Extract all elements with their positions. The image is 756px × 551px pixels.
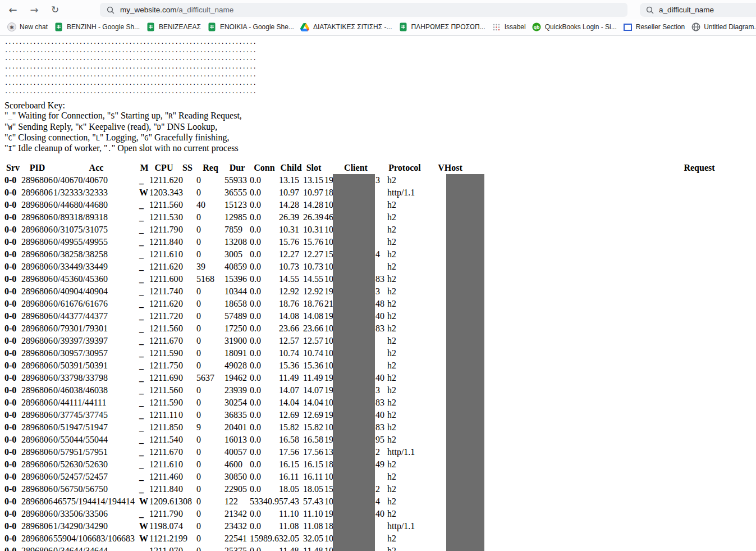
cell-dur: 4600: [224, 458, 242, 470]
cell-protocol: h2: [387, 397, 396, 408]
bookmark-label: ΔΙΑΤΑΚΤΙΚΕΣ ΣΙΤΙΣΗΣ -...: [313, 23, 392, 31]
cell-pid: 2896806: [21, 199, 53, 211]
cell-acc: 0/31075/31075: [53, 224, 108, 235]
cell-ss: 0: [178, 384, 183, 396]
cell-child: 14.28: [279, 199, 299, 211]
cell-cpu: 1211.56: [149, 384, 178, 396]
cell-pid: 2896806: [21, 421, 53, 433]
search-box[interactable]: a_difficult_name: [640, 3, 756, 17]
cell-protocol: h2: [387, 273, 396, 285]
cell-slot: 14.28: [303, 199, 323, 211]
bookmark-item[interactable]: Untitled Diagram.draw...: [691, 22, 756, 32]
cell-cpu: 1211.69: [149, 372, 178, 384]
cell-conn: 0.0: [250, 322, 261, 334]
cell-child: 14.07: [279, 384, 299, 396]
cell-dur: 13208: [224, 236, 247, 248]
cell-slot: 23.66: [303, 322, 323, 334]
cell-ss: 0: [178, 322, 183, 334]
redaction-overlay-client: [333, 174, 375, 551]
cell-client-suffix: 4: [375, 495, 380, 507]
cell-ss: 3: [178, 186, 183, 198]
cell-req: 0: [196, 520, 201, 532]
cell-mode: _: [139, 483, 144, 495]
bookmark-item[interactable]: qbQuickBooks Login - Si...: [532, 22, 617, 32]
cell-mode: _: [139, 545, 144, 551]
cell-dur: 22541: [224, 532, 247, 544]
cell-child: 12.27: [279, 248, 299, 260]
cell-pid: 2896806: [21, 261, 53, 272]
cell-protocol: h2: [387, 434, 396, 445]
url-bar[interactable]: my_website.com/a_difficult_name: [100, 3, 627, 17]
cell-client-prefix: 46: [324, 211, 333, 223]
cell-dur: 19462: [224, 372, 247, 384]
cell-cpu: 1211.85: [149, 421, 178, 433]
bookmark-item[interactable]: ✱New chat: [7, 22, 48, 32]
cell-acc: 1/34290/34290: [53, 520, 108, 532]
url-path: /a_difficult_name: [177, 6, 234, 14]
cell-conn: 0.0: [250, 446, 261, 458]
cell-conn: 0.0: [250, 483, 261, 495]
cell-client-prefix: 10: [324, 397, 333, 408]
cell-cpu: 1211.11: [149, 409, 178, 421]
cell-acc: 0/57951/57951: [53, 446, 108, 458]
cell-srv: 0-0: [4, 174, 16, 186]
cell-client-prefix: 15: [324, 248, 333, 260]
cell-acc: 0/44111/44111: [53, 397, 107, 408]
table-row: 0-028968060/89318/89318_1211.5300129850.…: [0, 211, 756, 224]
cell-mode: _: [139, 310, 144, 322]
table-row: 0-028968060/49955/49955_1211.8400132080.…: [0, 236, 756, 248]
column-header-request: Request: [671, 162, 727, 174]
cell-protocol: h2: [387, 261, 396, 272]
sheets-icon: [146, 22, 155, 32]
cell-req: 0: [196, 434, 201, 445]
cell-client-suffix: 4: [375, 248, 380, 260]
cell-protocol: h2: [387, 322, 396, 334]
bookmark-item[interactable]: Reseller Section: [623, 22, 685, 32]
cell-dur: 22905: [224, 483, 247, 495]
cell-client-prefix: 10: [324, 322, 333, 334]
search-box-value: a_difficult_name: [659, 6, 714, 14]
bookmark-item[interactable]: ΒΕΝΙΖΕΛΕΑΣ: [146, 22, 201, 32]
forward-button[interactable]: →: [26, 2, 42, 17]
bookmark-item[interactable]: ENOIKIA - Google She...: [207, 22, 294, 32]
refresh-button[interactable]: ↻: [47, 2, 63, 17]
cell-client-prefix: 10: [324, 532, 333, 544]
cell-mode: _: [139, 347, 144, 359]
cell-child: 10.97: [279, 186, 299, 198]
table-row: 0-028968060/50391/50391_1211.7500490280.…: [0, 359, 756, 372]
cell-client-suffix: 49: [375, 458, 384, 470]
cell-acc: 46575/194414/194414: [53, 495, 135, 507]
cell-child: 57.43: [279, 495, 299, 507]
cell-child: 16.15: [279, 458, 299, 470]
cell-child: 13.15: [279, 174, 299, 186]
cell-dur: 21342: [224, 508, 247, 520]
cell-protocol: h2: [387, 211, 396, 223]
cell-cpu: 1211.61: [149, 248, 178, 260]
cell-ss: 0: [178, 298, 183, 309]
cell-conn: 0.0: [250, 409, 261, 421]
bookmark-label: Untitled Diagram.draw...: [704, 23, 756, 31]
cell-child: 14.08: [279, 310, 299, 322]
column-header-vhost: VHost: [422, 162, 478, 174]
cell-srv: 0-0: [4, 508, 16, 520]
cell-ss: 0: [178, 483, 183, 495]
bookmark-item[interactable]: ΔΙΑΤΑΚΤΙΚΕΣ ΣΙΤΙΣΗΣ -...: [300, 22, 392, 32]
cell-cpu: 1211.75: [149, 359, 178, 371]
cell-pid: 2896806: [21, 211, 53, 223]
cell-slot: 57.43: [303, 495, 323, 507]
cell-pid: 2896806: [21, 347, 53, 359]
cell-conn: 0.0: [250, 174, 261, 186]
table-row: 0-028968060/37745/37745_1211.1100368350.…: [0, 409, 756, 421]
back-button[interactable]: ←: [5, 2, 21, 17]
globe-icon: [691, 22, 700, 32]
cell-child: 11.10: [279, 508, 299, 520]
cell-acc: 0/56750/56750: [53, 483, 108, 495]
cell-client-prefix: 10: [324, 273, 333, 285]
cell-ss: 0: [178, 347, 183, 359]
bookmark-item[interactable]: ΠΛΗΡΩΜΕΣ ΠΡΟΣΩΠ...: [398, 22, 485, 32]
bookmark-item[interactable]: Issabel: [492, 22, 526, 32]
cell-protocol: h2: [387, 545, 396, 551]
cell-conn: 0.0: [250, 285, 261, 297]
bookmark-item[interactable]: BENZINH - Google Sh...: [54, 22, 140, 32]
cell-conn: 0.0: [250, 211, 261, 223]
